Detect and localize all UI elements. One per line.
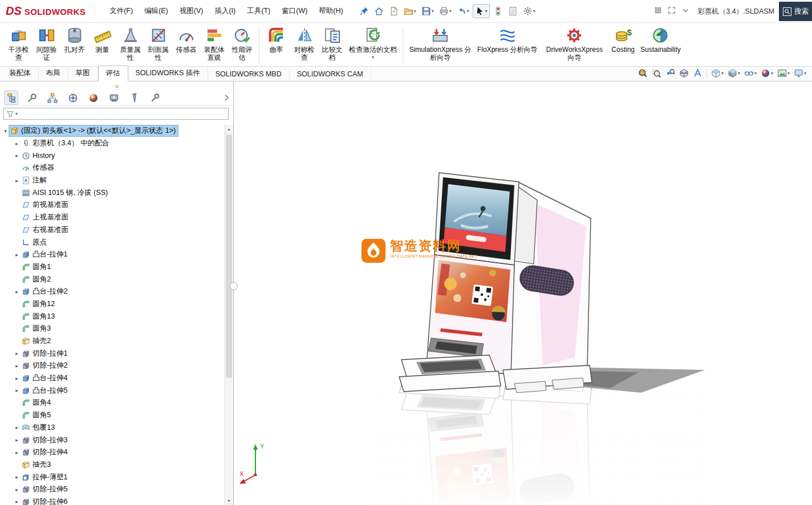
- scroll-up-arrow[interactable]: ▲: [225, 125, 233, 133]
- chevron-down-icon[interactable]: ▾: [804, 71, 806, 76]
- tree-item[interactable]: 圆角12: [0, 298, 224, 311]
- chevron-down-icon[interactable]: ▾: [15, 111, 18, 116]
- menu-help[interactable]: 帮助(H): [314, 4, 348, 18]
- section-view-button[interactable]: [679, 68, 689, 78]
- ribbon-assembly-visualization-button[interactable]: 装配体直观: [200, 25, 228, 63]
- menu-file[interactable]: 文件(F): [104, 4, 138, 18]
- edit-appearance-button[interactable]: ▾: [761, 68, 773, 78]
- expand-arrow-icon[interactable]: ▸: [13, 450, 21, 455]
- collapse-button[interactable]: [681, 6, 689, 17]
- ribbon-clearance-verification-button[interactable]: 间隙验证: [33, 25, 60, 63]
- chevron-down-icon[interactable]: ▾: [414, 9, 416, 14]
- scroll-thumb[interactable]: [226, 135, 232, 378]
- ribbon-display-button[interactable]: [654, 6, 662, 17]
- tree-item[interactable]: 传感器: [0, 162, 224, 174]
- tree-item[interactable]: 圆角2: [0, 273, 224, 286]
- tree-item[interactable]: ▸凸台-拉伸1: [0, 249, 224, 261]
- tree-item[interactable]: 圆角13: [0, 310, 224, 323]
- tab-layout[interactable]: 布局: [39, 66, 68, 81]
- scroll-down-arrow[interactable]: ▼: [225, 496, 233, 505]
- chevron-down-icon[interactable]: ▾: [449, 9, 452, 14]
- ribbon-measure-button[interactable]: 测量: [88, 25, 116, 55]
- file-properties-button[interactable]: [506, 5, 519, 18]
- filter-input[interactable]: [19, 109, 226, 119]
- tree-item[interactable]: ▸包覆13: [0, 422, 224, 434]
- view-settings-button[interactable]: ▾: [794, 68, 806, 78]
- tab-addins[interactable]: SOLIDWORKS 插件: [128, 66, 208, 81]
- select-button[interactable]: ▾: [473, 4, 490, 18]
- ribbon-compare-documents-button[interactable]: 比较文档: [318, 25, 346, 63]
- zoom-to-fit-button[interactable]: [638, 68, 648, 78]
- save-button[interactable]: ▾: [420, 5, 436, 18]
- ribbon-hole-alignment-button[interactable]: 孔对齐: [60, 25, 88, 55]
- chevron-down-icon[interactable]: ▾: [467, 9, 469, 14]
- expand-arrow-icon[interactable]: ▸: [13, 178, 21, 184]
- tree-item[interactable]: ▸凸台-拉伸2: [0, 286, 224, 298]
- panel-tab-configurationmanager[interactable]: [46, 91, 59, 104]
- tree-filter[interactable]: ▾: [3, 108, 229, 120]
- ribbon-curvature-button[interactable]: 曲率: [262, 25, 290, 55]
- tree-item[interactable]: ▸拉伸-薄壁1: [0, 471, 224, 483]
- chevron-down-icon[interactable]: ▾: [754, 71, 757, 76]
- open-button[interactable]: ▾: [402, 5, 418, 18]
- new-document-button[interactable]: [387, 5, 400, 18]
- tree-item[interactable]: ▸切除-拉伸6: [0, 496, 224, 505]
- expand-arrow-icon[interactable]: ▸: [13, 487, 21, 492]
- expand-arrow-icon[interactable]: ▸: [13, 141, 21, 146]
- menu-edit[interactable]: 编辑(E): [139, 4, 173, 18]
- annotation-view-button[interactable]: [693, 68, 703, 78]
- chevron-down-icon[interactable]: ▾: [485, 9, 488, 14]
- flyout-arrow-icon[interactable]: [222, 93, 231, 102]
- print-button[interactable]: ▾: [437, 5, 453, 18]
- search-box[interactable]: 搜索: [779, 2, 812, 21]
- ribbon-floxpress-button[interactable]: FloXpress 分析向导: [474, 25, 540, 55]
- tree-item[interactable]: ▸切除-拉伸5: [0, 483, 224, 496]
- menu-view[interactable]: 视图(V): [174, 4, 209, 18]
- chevron-down-icon[interactable]: ▾: [787, 71, 790, 76]
- view-orientation-button[interactable]: ▾: [711, 68, 724, 78]
- chevron-down-icon[interactable]: ▾: [771, 71, 773, 76]
- tab-mbd[interactable]: SOLIDWORKS MBD: [208, 68, 290, 81]
- ribbon-costing-button[interactable]: $Costing: [608, 25, 638, 55]
- expand-arrow-icon[interactable]: ▸: [13, 289, 21, 295]
- tab-assembly[interactable]: 装配体: [2, 66, 39, 81]
- tree-item[interactable]: 圆角4: [0, 397, 224, 409]
- options-button[interactable]: ▾: [521, 5, 537, 18]
- tab-evaluate[interactable]: 评估: [98, 66, 128, 82]
- menu-tools[interactable]: 工具(T): [242, 4, 275, 18]
- undo-button[interactable]: ▾: [455, 5, 471, 18]
- fullscreen-button[interactable]: [668, 6, 676, 17]
- tree-item[interactable]: 原点: [0, 236, 224, 249]
- panel-tab-cam-operation-tree[interactable]: [128, 91, 141, 104]
- expand-arrow-icon[interactable]: ▸: [13, 499, 21, 504]
- apply-scene-button[interactable]: ▾: [777, 68, 790, 78]
- home-button[interactable]: [372, 5, 385, 18]
- tree-item[interactable]: ▸切除-拉伸3: [0, 434, 224, 446]
- tree-item[interactable]: ▸切除-拉伸2: [0, 360, 224, 372]
- menu-insert[interactable]: 插入(I): [209, 4, 241, 18]
- panel-tab-featuremanager-tree[interactable]: [5, 91, 18, 104]
- tab-cam[interactable]: SOLIDWORKS CAM: [290, 68, 371, 81]
- ribbon-driveworksxpress-button[interactable]: DriveWorksXpress 向导: [540, 25, 608, 63]
- rebuild-button[interactable]: [492, 5, 505, 18]
- chevron-down-icon[interactable]: ▾: [432, 9, 434, 14]
- previous-view-button[interactable]: [665, 68, 675, 78]
- hide-show-items-button[interactable]: ▾: [744, 68, 757, 78]
- tree-item[interactable]: ▸彩票机（3.4） 中的配合: [0, 137, 224, 150]
- tree-item[interactable]: 圆角1: [0, 261, 224, 274]
- graphics-area[interactable]: 智造资料网 INTELLIGENT MANUFACTURING DATA NET…: [234, 82, 812, 505]
- ribbon-performance-evaluation-button[interactable]: 性能评估: [228, 25, 256, 63]
- model-3d-kiosk[interactable]: [371, 167, 713, 505]
- ribbon-simulationxpress-button[interactable]: SimulationXpress 分析向导: [406, 25, 474, 63]
- tree-item[interactable]: 右视基准面: [0, 224, 224, 237]
- pin-button[interactable]: [358, 5, 371, 18]
- expand-arrow-icon[interactable]: ▸: [13, 252, 21, 258]
- expand-arrow-icon[interactable]: ▸: [13, 363, 21, 369]
- expand-arrow-icon[interactable]: ▸: [13, 351, 21, 356]
- ribbon-check-active-document-button[interactable]: 检查激活的文档▾: [346, 25, 400, 62]
- panel-tab-cam-tools[interactable]: [148, 91, 161, 104]
- menu-window[interactable]: 窗口(W): [277, 4, 312, 18]
- tree-item[interactable]: ▸凸台-拉伸4: [0, 372, 224, 385]
- tree-item[interactable]: ▸History: [0, 149, 224, 162]
- tree-item[interactable]: 上视基准面: [0, 211, 224, 224]
